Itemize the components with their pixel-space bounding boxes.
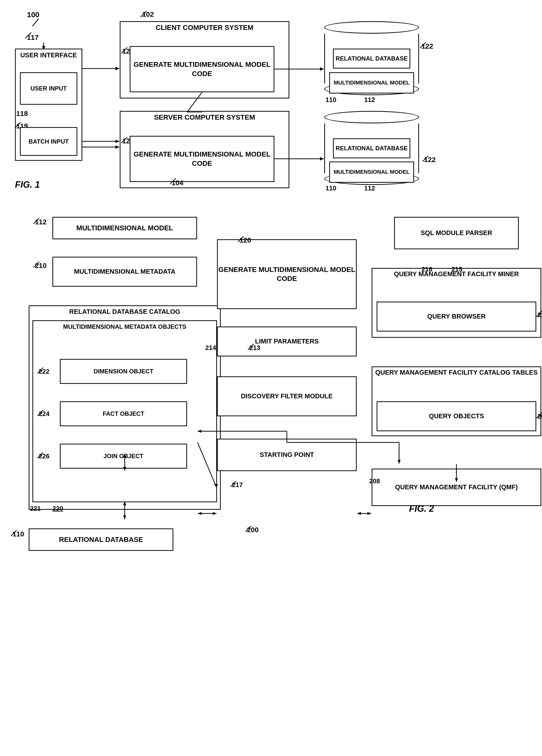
ref-215: 215 <box>452 265 462 273</box>
ref-122-a: 122 <box>422 42 433 50</box>
ref-110-fig2: 110 <box>12 530 24 538</box>
svg-marker-12 <box>115 67 119 70</box>
ref-208: 208 <box>369 477 380 485</box>
fig2-query-browser-box: QUERY BROWSER <box>377 302 536 332</box>
ref-200: 200 <box>247 526 258 534</box>
relational-db-box-1: RELATIONAL DATABASE <box>333 49 410 69</box>
multidim-model-box-1: MULTIDIMENSIONAL MODEL <box>329 72 414 93</box>
svg-marker-58 <box>398 460 401 464</box>
ref-216: 216 <box>422 265 432 273</box>
user-interface-label: USER INTERFACE <box>17 51 80 60</box>
ref-112-fig2: 112 <box>35 218 47 226</box>
ref-210: 210 <box>35 262 47 270</box>
svg-marker-48 <box>198 512 201 515</box>
fig2-multidim-metadata-box: MULTIDIMENSIONAL METADATA <box>52 257 197 287</box>
svg-marker-52 <box>368 512 371 515</box>
fig2-sql-module-parser-box: SQL MODULE PARSER <box>394 217 519 249</box>
ref-104: 104 <box>171 179 183 187</box>
client-generate-box: GENERATE MULTIDIMENSIONAL MODEL CODE <box>130 46 275 92</box>
ref-110-b: 110 <box>326 184 336 192</box>
svg-marker-41 <box>123 515 126 519</box>
fig1-label: FIG. 1 <box>15 179 40 190</box>
diagram-container: 100 117 USER INTERFACE USER INPUT 118 11… <box>0 0 542 756</box>
svg-marker-14 <box>115 145 119 149</box>
svg-marker-20 <box>320 157 324 161</box>
ref-120-fig2: 120 <box>239 236 251 244</box>
ref-112-a: 112 <box>364 96 375 104</box>
ref-221: 221 <box>30 505 41 512</box>
fig2-relational-db-box: RELATIONAL DATABASE <box>29 528 173 551</box>
client-system-label: CLIENT COMPUTER SYSTEM <box>122 24 287 32</box>
svg-marker-18 <box>320 67 324 71</box>
ref-222: 222 <box>39 368 49 375</box>
ref-214: 214 <box>205 344 216 352</box>
user-input-box: USER INPUT <box>20 72 77 105</box>
fig2-discovery-filter-box: DISCOVERY FILTER MODULE <box>217 376 357 416</box>
svg-line-0 <box>32 19 39 26</box>
ref-110-a: 110 <box>326 96 336 104</box>
ref-226: 226 <box>39 452 49 460</box>
svg-marker-51 <box>357 512 361 515</box>
ref-122-b: 122 <box>424 156 436 164</box>
batch-input-box: BATCH INPUT <box>20 127 77 156</box>
fig2-qmf-box: QUERY MANAGEMENT FACILITY (QMF) <box>372 469 541 506</box>
relational-db-box-2: RELATIONAL DATABASE <box>333 138 410 158</box>
svg-marker-49 <box>213 512 216 515</box>
ref-102-fig1: 102 <box>142 10 154 18</box>
ref-117: 117 <box>27 34 39 42</box>
ref-100: 100 <box>27 10 39 19</box>
fig2-fact-object-box: FACT OBJECT <box>60 401 187 426</box>
fig2-generate-box: GENERATE MULTIDIMENSIONAL MODEL CODE <box>217 239 357 309</box>
ref-224: 224 <box>39 410 49 418</box>
fig2-multidim-model-box: MULTIDIMENSIONAL MODEL <box>52 217 197 239</box>
ref-118: 118 <box>16 110 28 118</box>
relational-db-catalog-label: RELATIONAL DATABASE CATALOG <box>31 308 218 316</box>
fig2-dimension-object-box: DIMENSION OBJECT <box>60 359 187 384</box>
server-system-label: SERVER COMPUTER SYSTEM <box>122 113 287 121</box>
ref-220: 220 <box>52 505 63 512</box>
ref-213: 213 <box>249 344 260 352</box>
svg-marker-22 <box>115 140 119 143</box>
fig2-join-object-box: JOIN OBJECT <box>60 444 187 469</box>
server-generate-box: GENERATE MULTIDIMENSIONAL MODEL CODE <box>130 136 275 182</box>
ref-218: 218 <box>538 311 542 319</box>
multidim-metadata-objects-label: MULTIDIMENSIONAL METADATA OBJECTS <box>35 323 214 331</box>
ref-112-b: 112 <box>364 184 375 192</box>
fig2-starting-point-box: STARTING POINT <box>217 439 357 471</box>
ref-217: 217 <box>232 481 243 489</box>
qmf-catalog-label: QUERY MANAGEMENT FACILITY CATALOG TABLES <box>374 368 539 377</box>
fig2-label: FIG. 2 <box>409 504 434 514</box>
fig2-limit-params-box: LIMIT PARAMETERS <box>217 327 357 356</box>
ref-204: 204 <box>538 413 542 420</box>
fig2-query-objects-box: QUERY OBJECTS <box>377 401 536 431</box>
multidim-model-box-2: MULTIDIMENSIONAL MODEL <box>329 162 414 183</box>
